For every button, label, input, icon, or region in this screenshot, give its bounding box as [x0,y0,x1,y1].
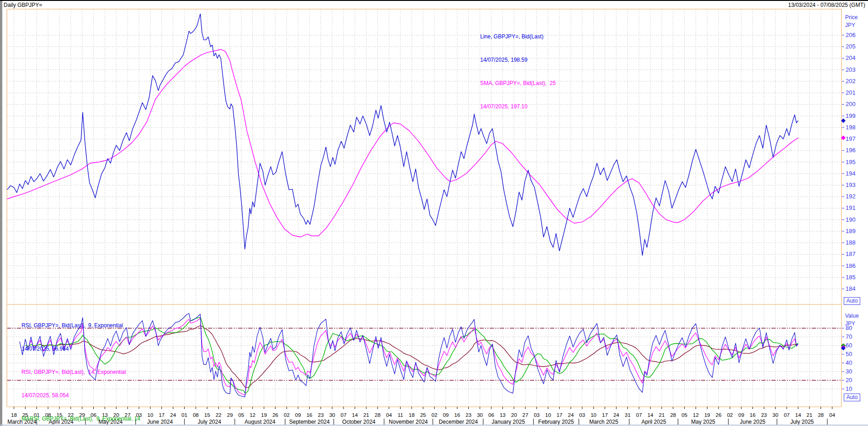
x-axis-day-label[interactable]: 15 [204,412,210,418]
x-axis-day-label[interactable]: 14 [795,412,801,418]
x-axis-day-label[interactable]: 16 [306,412,312,418]
value-axis-label[interactable]: 60 [846,342,852,349]
x-axis-day-label[interactable]: 28 [375,412,380,418]
x-axis-day-label[interactable]: 24 [613,412,619,418]
price-axis-label[interactable]: 206 [846,32,856,38]
x-axis-day-label[interactable]: 02 [727,412,733,418]
value-axis-label[interactable]: 10 [846,385,852,392]
x-axis-day-label[interactable]: 04 [829,412,835,418]
rsi14-line[interactable] [28,318,798,395]
price-axis-label[interactable]: 185 [846,274,856,281]
x-axis-day-label[interactable]: 05 [238,412,244,418]
price-axis-label[interactable]: 200 [846,101,856,107]
x-axis-day-label[interactable]: 23 [761,412,767,418]
x-axis-day-label[interactable]: 02 [284,412,290,418]
x-axis-day-label[interactable]: 26 [716,412,722,418]
value-axis-label[interactable]: 50 [846,351,852,357]
x-axis-day-label[interactable]: 18 [11,412,17,418]
x-axis-day-label[interactable]: 10 [590,412,596,418]
price-axis-label[interactable]: 205 [846,43,856,50]
x-axis-day-label[interactable]: 28 [670,412,676,418]
x-axis-day-label[interactable]: 19 [704,412,710,418]
x-axis-day-label[interactable]: 10 [545,412,551,418]
price-axis-label[interactable]: 199 [846,112,856,119]
x-axis-day-label[interactable]: 04 [386,412,392,418]
value-axis-label[interactable]: 20 [846,377,852,383]
x-axis-day-label[interactable]: 08 [193,412,199,418]
x-axis-day-label[interactable]: 06 [488,412,494,418]
x-axis-day-label[interactable]: 25 [420,412,426,418]
price-axis-label[interactable]: 194 [846,170,856,177]
price-line[interactable] [7,14,798,256]
x-axis-day-label[interactable]: 13 [500,412,506,418]
x-axis-day-label[interactable]: 22 [215,412,221,418]
x-axis-day-label[interactable]: 17 [159,412,165,418]
x-axis-day-label[interactable]: 07 [784,412,790,418]
price-axis-label[interactable]: 189 [846,228,856,234]
x-axis-day-label[interactable]: 16 [750,412,755,418]
x-axis-day-label[interactable]: 14 [648,412,654,418]
x-axis-day-label[interactable]: 26 [273,412,279,418]
x-axis-day-label[interactable]: 31 [625,412,631,418]
x-axis-day-label[interactable]: 28 [818,412,824,418]
x-axis-day-label[interactable]: 07 [636,412,642,418]
price-axis-label[interactable]: 193 [846,181,856,188]
x-axis-day-label[interactable]: 30 [477,412,483,418]
x-axis-day-label[interactable]: 07 [341,412,347,418]
x-axis-day-label[interactable]: 16 [454,412,460,418]
x-axis-day-label[interactable]: 29 [227,412,233,418]
price-axis-label[interactable]: 198 [846,124,856,131]
value-axis-label[interactable]: 30 [846,368,852,375]
x-axis-day-label[interactable]: 23 [466,412,472,418]
x-axis-day-label[interactable]: 05 [681,412,687,418]
x-axis-day-label[interactable]: 21 [807,412,813,418]
x-axis-day-label[interactable]: 24 [170,412,176,418]
x-axis-day-label[interactable]: 03 [579,412,585,418]
x-axis-day-label[interactable]: 30 [329,412,335,418]
x-axis-day-label[interactable]: 10 [147,412,153,418]
x-axis-day-label[interactable]: 27 [522,412,528,418]
x-axis-day-label[interactable]: 24 [568,412,574,418]
x-axis-day-label[interactable]: 19 [261,412,267,418]
x-axis-day-label[interactable]: 02 [432,412,438,418]
price-axis-label[interactable]: 196 [846,147,856,154]
x-axis-day-label[interactable]: 14 [352,412,358,418]
rsi-auto-scale-button[interactable]: Auto [844,394,860,401]
price-axis-label[interactable]: 190 [846,216,856,223]
price-axis-label[interactable]: 197 [846,135,856,142]
marsi14-line[interactable] [34,325,798,388]
x-axis-day-label[interactable]: 17 [557,412,563,418]
x-axis-day-label[interactable]: 11 [397,412,403,418]
price-axis-label[interactable]: 191 [846,204,856,211]
x-axis-day-label[interactable]: 21 [659,412,665,418]
price-axis-label[interactable]: 192 [846,193,856,200]
x-axis-day-label[interactable]: 20 [511,412,517,418]
price-axis-label[interactable]: 204 [846,54,856,61]
month-label: January 2025 [492,419,525,425]
price-axis-label[interactable]: 203 [846,66,856,73]
value-axis-label[interactable]: 40 [846,359,852,366]
x-axis-day-label[interactable]: 30 [772,412,778,418]
price-axis-label[interactable]: 202 [846,78,856,85]
sma-line[interactable] [7,49,798,237]
price-auto-scale-button[interactable]: Auto [844,297,860,305]
price-axis-label[interactable]: 187 [846,250,856,257]
price-axis-label[interactable]: 186 [846,262,856,269]
x-axis-day-label[interactable]: 03 [534,412,540,418]
marsi9-legend-label: MARSI, GBPJPY=, Bid(Last), 9, Exponentia… [21,415,143,423]
price-axis-label[interactable]: 195 [846,159,856,165]
price-axis-label[interactable]: 184 [846,285,856,292]
x-axis-day-label[interactable]: 09 [295,412,301,418]
x-axis-day-label[interactable]: 09 [443,412,449,418]
x-axis-day-label[interactable]: 09 [739,412,745,418]
x-axis-day-label[interactable]: 01 [182,412,188,418]
x-axis-day-label[interactable]: 21 [363,412,369,418]
x-axis-day-label[interactable]: 17 [602,412,608,418]
price-axis-label[interactable]: 188 [846,239,856,246]
x-axis-day-label[interactable]: 23 [318,412,324,418]
value-axis-label[interactable]: 70 [846,333,852,340]
x-axis-day-label[interactable]: 18 [409,412,415,418]
x-axis-day-label[interactable]: 12 [250,412,256,418]
price-axis-label[interactable]: 201 [846,89,856,96]
x-axis-day-label[interactable]: 12 [693,412,699,418]
